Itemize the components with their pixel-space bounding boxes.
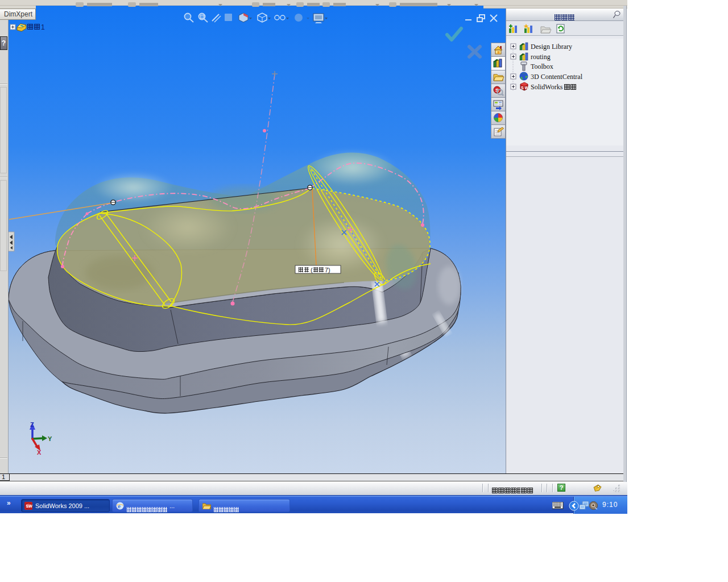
svg-text:e: e [118, 502, 121, 509]
svg-text:7): 7) [325, 267, 330, 273]
svg-text:(: ( [311, 267, 313, 273]
svg-text:SW: SW [26, 504, 33, 508]
svg-text:1: 1 [41, 23, 45, 31]
svg-text:S: S [521, 86, 524, 90]
svg-text:X: X [37, 449, 42, 456]
svg-text:Z: Z [30, 421, 34, 428]
svg-text:Y: Y [48, 435, 52, 442]
svg-text:W: W [525, 86, 529, 90]
